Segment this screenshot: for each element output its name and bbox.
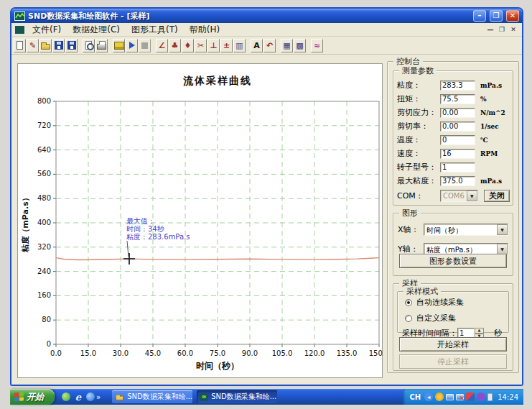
field-row-0: 粘度：mPa.s <box>397 78 509 92</box>
quick-launch-ie-icon[interactable]: e <box>74 392 83 401</box>
data-view-button[interactable] <box>113 39 125 52</box>
save-file-button[interactable] <box>52 39 65 52</box>
menu-item-2[interactable]: 图形工具(T) <box>126 23 184 37</box>
tray-security-icon[interactable] <box>435 392 444 401</box>
stepper-up-icon[interactable]: ▲ <box>475 328 484 334</box>
x-tick-label: 45.0 <box>145 349 161 357</box>
new-file-icon <box>17 41 23 50</box>
curve-view-icon: ≈ <box>314 42 320 50</box>
field-input-5[interactable] <box>440 149 475 159</box>
x-tick-label: 150.0 <box>369 349 383 357</box>
curve-view-button[interactable]: ≈ <box>311 39 323 52</box>
menu-item-0[interactable]: 文件(F) <box>27 23 67 37</box>
new-file-button[interactable] <box>14 39 26 52</box>
app-window: SND数据采集和绘图软件 - [采样] – ❐ ✕ 文件(F)数据处理(C)图形… <box>10 7 523 386</box>
tray-shield-icon[interactable] <box>466 392 475 401</box>
menu-item-3[interactable]: 帮助(H) <box>184 23 225 37</box>
com-select: COM6 ▼ <box>440 190 478 202</box>
measurement-fields: 粘度：mPa.s扭矩：%剪切应力：N/m^2剪切率：1/sec温度：℃速度：RP… <box>393 71 513 188</box>
field-unit: 1/sec <box>480 123 509 130</box>
com-label: COM： <box>397 190 440 201</box>
quick-launch-media-icon[interactable] <box>62 392 70 401</box>
graph-tool-cut-button[interactable]: ✂ <box>195 39 207 52</box>
chevron-down-icon[interactable]: ▼ <box>497 244 508 254</box>
text-tool-button[interactable]: A <box>251 39 263 52</box>
measurement-group-title: 测量参数 <box>399 65 437 76</box>
save-all-button[interactable] <box>65 39 78 52</box>
system-tray: CH ◂✕ 14:24 <box>403 389 523 405</box>
menu-bar: 文件(F)数据处理(C)图形工具(T)帮助(H) — ❐ ✕ <box>11 23 522 37</box>
graph-tool-grid-icon: ▥ <box>235 42 243 50</box>
graph-tool-adjust-button[interactable]: ± <box>220 39 233 52</box>
report-view-icon: ▦ <box>283 42 290 50</box>
quick-launch-overflow-icon[interactable]: » <box>96 393 101 401</box>
restore-button[interactable]: ❐ <box>490 10 503 22</box>
print-preview-button[interactable] <box>83 39 95 52</box>
quick-launch-messenger-icon[interactable] <box>86 392 95 401</box>
tray-collapse-arrow-icon[interactable]: ◂ <box>424 392 433 401</box>
field-input-3[interactable] <box>440 121 475 132</box>
child-minimize-icon[interactable]: — <box>486 26 495 33</box>
x-axis-row: X轴： 时间（秒） ▼ <box>398 224 508 236</box>
title-bar[interactable]: SND数据采集和绘图软件 - [采样] – ❐ ✕ <box>11 9 522 23</box>
compare-view-button[interactable]: ▩ <box>294 39 306 52</box>
tray-network-error-icon[interactable]: ✕ <box>456 394 464 400</box>
graph-tool-grid-button[interactable]: ▥ <box>233 39 246 52</box>
graph-tool-point-button[interactable]: ♦ <box>182 39 194 52</box>
x-tick-label: 15.0 <box>80 349 96 357</box>
com-row: COM： COM6 ▼ 关闭 <box>397 190 509 202</box>
x-tick-label: 105.0 <box>272 349 293 357</box>
x-axis-select[interactable]: 时间（秒） ▼ <box>424 224 508 236</box>
edit-pen-button[interactable]: ✎ <box>27 39 39 52</box>
chevron-down-icon: ▼ <box>467 190 477 201</box>
quick-launch: e <box>62 392 95 401</box>
chevron-down-icon[interactable]: ▼ <box>497 224 508 235</box>
stop-run-button <box>139 39 151 52</box>
print-button[interactable] <box>95 39 108 52</box>
field-input-6[interactable] <box>440 162 475 173</box>
field-label: 剪切应力： <box>397 107 440 118</box>
close-button[interactable]: ✕ <box>506 10 519 22</box>
com-close-button[interactable]: 关闭 <box>484 190 510 202</box>
field-unit: RPM <box>480 150 509 157</box>
graph-tool-level-button[interactable]: ⊥ <box>207 39 220 52</box>
graph-settings-button[interactable]: 图形参数设置 <box>399 254 507 268</box>
field-input-7[interactable] <box>440 176 475 186</box>
start-sampling-button[interactable]: 开始采样 <box>399 337 507 351</box>
field-input-1[interactable] <box>440 94 475 104</box>
minimize-button[interactable]: – <box>473 10 486 22</box>
menu-item-1[interactable]: 数据处理(C) <box>67 23 126 37</box>
field-row-7: 最大粘度：mPa.s <box>397 174 509 188</box>
y-tick-label: 240 <box>37 267 51 275</box>
radio-button-0[interactable] <box>405 299 412 306</box>
tray-usb-icon[interactable] <box>487 393 493 401</box>
task-button-0[interactable]: SND数据采集和绘... <box>112 390 192 403</box>
open-file-button[interactable] <box>39 39 52 52</box>
sampling-mode-title: 采样模式 <box>403 286 441 297</box>
graph-tool-marker-button[interactable]: ♣ <box>169 39 181 52</box>
radio-button-1[interactable] <box>405 315 412 322</box>
child-close-icon[interactable]: ✕ <box>509 26 518 33</box>
y-tick-label: 320 <box>37 243 51 251</box>
start-button[interactable]: 开始 <box>10 389 55 405</box>
child-restore-icon[interactable]: ❐ <box>498 26 506 33</box>
field-input-4[interactable] <box>440 135 475 145</box>
x-axis-label: X轴： <box>398 224 424 235</box>
undo-tool-button[interactable]: ↶ <box>263 39 276 52</box>
y-tick-label: 560 <box>37 170 51 178</box>
start-run-icon <box>129 42 135 49</box>
start-run-button[interactable] <box>126 39 138 52</box>
report-view-button[interactable]: ▦ <box>281 39 293 52</box>
app-icon: ≈ <box>200 393 208 401</box>
tray-ime-icon[interactable] <box>477 392 485 401</box>
field-input-0[interactable] <box>440 81 475 91</box>
task-button-1[interactable]: ≈SND数据采集和绘... <box>197 390 277 403</box>
language-indicator[interactable]: CH <box>409 393 421 401</box>
tray-display-icon[interactable] <box>446 394 454 400</box>
task-label: SND数据采集和绘... <box>127 392 192 402</box>
graph-tool-axis-button[interactable]: ∠ <box>156 39 168 52</box>
graph-group-title: 图形 <box>399 208 421 219</box>
y-tick-label: 400 <box>37 219 51 226</box>
chart-panel: 流体采样曲线0801602403204004805606407208000.01… <box>17 63 383 378</box>
field-input-2[interactable] <box>440 108 475 118</box>
